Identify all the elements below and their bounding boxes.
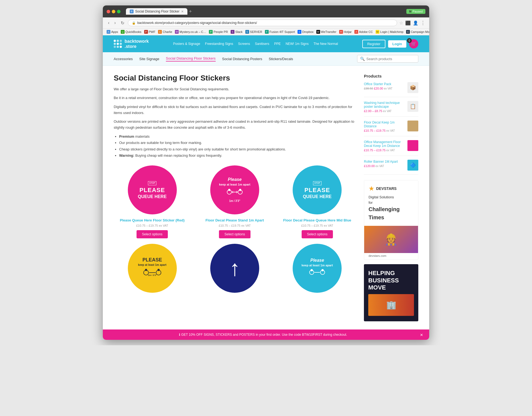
extension-paused-badge: M Paused [406,9,425,14]
sidebar-product-name-5[interactable]: Roller Banner 1M Apart [364,160,405,164]
bookmark-slack[interactable]: S Slack [231,30,243,34]
sidebar-product-5: Roller Banner 1M Apart £120.00 ex VAT 🔷 [364,160,418,175]
sidebar-product-info-4: Office Management Floor Decal Keep 1m Di… [364,140,405,152]
sticker-text-2: Please keep at least 1m apart [216,174,253,205]
logo-dots [114,40,122,48]
sidebar-product-name-1[interactable]: Office Starter Pack [364,82,405,86]
sidebar-product-1: Office Starter Pack £38.50 £20.00 ex VAT… [364,82,418,97]
desc-para-4: Outdoor versions are printed with a very… [114,119,356,131]
svg-point-1 [228,189,230,191]
address-text: backtowork.store/product-category/poster… [137,21,257,25]
ad2-title: HELPING BUSINESS MOVE [368,270,414,291]
product-image-3: STOP PLEASE QUEUE HERE [293,165,342,214]
sticker-text-4: PLEASE keep at least 1m apart [135,254,169,282]
search-input[interactable] [366,57,415,61]
svg-point-10 [145,269,147,271]
bookmark-server[interactable]: S SERVER [245,30,262,34]
devstars-url[interactable]: devstars.com [364,253,418,260]
sidebar-product-price-3: £10.75 – £19.75 ex VAT [364,129,405,132]
mystery-icon: M [175,30,179,34]
mailchimp-icon: M [376,30,379,34]
bookmark-dropbox[interactable]: D Dropbox [298,30,314,34]
nav-posters-signage[interactable]: Posters & Signage [173,42,200,46]
product-image-2: Please keep at least 1m apart [210,165,259,214]
forward-button[interactable]: › [113,20,117,26]
select-options-btn-1[interactable]: Select options [137,230,168,238]
register-button[interactable]: Register [362,40,385,48]
nav-1m-signs[interactable]: NEW! 1m Signs [286,42,309,46]
product-title-3[interactable]: Floor Decal Please Queue Here Mid Blue [279,218,356,222]
nav-ppe[interactable]: PPE [274,42,281,46]
back-button[interactable]: ‹ [107,20,111,26]
bookmark-quickbooks[interactable]: Q QuickBooks [121,30,141,34]
nav-sanitisers[interactable]: Sanitisers [255,42,269,46]
cart-badge: 0 [407,38,412,43]
bookmark-wetransfer[interactable]: W WeTransfer [316,30,336,34]
charlie-icon: C [158,30,162,34]
sidebar: Products Office Starter Pack £38.50 £20.… [364,74,418,321]
sidebar-thumb-1: 📦 [407,82,418,93]
refresh-button[interactable]: ↻ [119,20,126,26]
bookmark-charlie[interactable]: C Charlie [158,30,172,34]
sidebar-product-name-4[interactable]: Office Management Floor Decal Keep 1m Di… [364,140,405,148]
close-button[interactable] [107,10,110,13]
menu-icon[interactable]: ⋮ [420,20,425,26]
active-tab[interactable]: B Social Distancing Floor Sticker ✕ [126,8,187,15]
product-title-2[interactable]: Floor Decal Please Stand 1m Apart [196,218,273,222]
nav-screens[interactable]: Screens [238,42,250,46]
sidebar-product-name-2[interactable]: Washing hand technique poster landscape [364,101,405,109]
product-title-1[interactable]: Please Queue Here Floor Sticker (Red) [114,218,191,222]
bookmark-mystery[interactable]: M Mystery.co.uk – C… [175,30,206,34]
star-icon[interactable]: ☆ [399,20,403,26]
bookmark-pwf[interactable]: P PWF [144,30,155,34]
minimize-button[interactable] [112,10,115,13]
bookmark-people-pr[interactable]: P People PR [209,30,228,34]
sticker-text-6: Please keep at least 1m apart [299,255,336,281]
logo-text: backtowork .store [125,39,149,49]
bookmark-campaign[interactable]: C Campaign Monitor [406,30,429,34]
bookmarks-bar: A Apps Q QuickBooks P PWF C Charlie M My… [103,29,429,35]
bullet-1: Premium materials [119,133,356,140]
browser-titlebar: B Social Distancing Floor Sticker ✕ + M … [103,5,429,17]
devstars-text: Digital Solutions for Challenging Times [369,195,414,221]
helping-business-ad: HELPING BUSINESS MOVE 🏢 [364,264,418,321]
address-bar[interactable]: 🔒 backtowork.store/product-category/post… [128,20,397,26]
svg-point-12 [157,269,160,271]
sidebar-product-price-5: £120.00 ex VAT [364,164,405,168]
login-button[interactable]: Login [388,40,406,48]
subnav-decals[interactable]: Stickers/Decals [269,57,293,61]
tab-favicon: B [130,10,134,13]
maximize-button[interactable] [117,10,120,13]
tab-close-icon[interactable]: ✕ [181,10,184,13]
new-tab-button[interactable]: + [189,9,192,14]
page-description: We offer a large range of Floor Decals f… [114,86,356,159]
promo-close-icon[interactable]: ✕ [420,333,423,337]
extensions-icon[interactable]: ⬛ [405,20,411,26]
nav-new-normal[interactable]: The New Normal [314,42,338,46]
subnav-posters[interactable]: Social Distancing Posters [222,57,262,61]
cart-icon[interactable]: 0 🛒 [409,39,418,48]
bookmark-mailchimp[interactable]: M Login | Mailchimp [376,30,403,34]
desc-para-3: Digitally printed vinyl for difficult to… [114,104,356,116]
bookmark-apps[interactable]: A Apps [107,30,118,34]
server-icon: S [245,30,249,34]
ad2-image: 🏢 [368,294,414,316]
bullet-3: Cheap stickers (printed directly to a no… [119,146,356,152]
select-options-btn-3[interactable]: Select options [302,230,333,238]
bookmark-adobe[interactable]: A Adobe CC [354,30,373,34]
profile-icon[interactable]: 👤 [413,20,418,26]
select-options-btn-2[interactable]: Select options [219,230,250,238]
devstars-name: DEVSTARS [376,186,397,191]
bookmark-hotjar[interactable]: H Hotjar [339,30,352,34]
subnav-site-signage[interactable]: Site Signage [139,57,159,61]
product-price-2: £10.75 – £19.75 ex VAT [196,224,273,227]
bookmark-fusion[interactable]: F Fusion 4IT Support [265,30,295,34]
website-content: backtowork .store Posters & Signage Free… [103,35,429,340]
subnav-search[interactable]: 🔍 [357,55,418,63]
logo-area[interactable]: backtowork .store [114,39,149,49]
nav-freestanding[interactable]: Freestanding Signs [205,42,233,46]
sidebar-product-name-3[interactable]: Floor Decal Keep 1m Distance [364,121,405,128]
subnav-floor-stickers[interactable]: Social Distancing Floor Stickers [166,56,216,61]
product-image-6: Please keep at least 1m apart [293,244,342,293]
subnav-accessories[interactable]: Accessories [114,57,133,61]
